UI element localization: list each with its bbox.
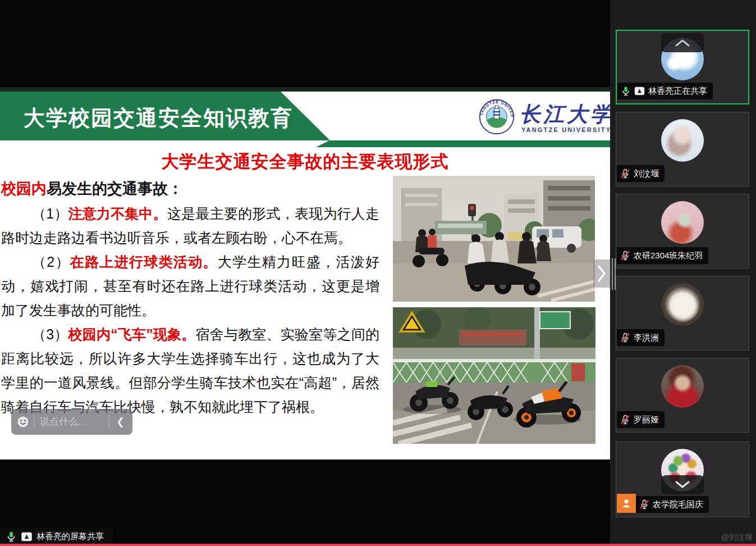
slide-paragraph-3: （3）校园内“飞车”现象。宿舍与教室、实验室等之间的距离比较远，所以许多大学生选… [1,322,379,419]
bottom-accent-strip [0,544,756,546]
participant-tile-host[interactable]: 农学院毛国庆 [616,442,749,517]
participant-tile[interactable]: 刘汶堰 [616,112,749,186]
mic-muted-icon [620,169,630,179]
scroll-up-button[interactable] [661,33,704,52]
mic-on-icon [6,531,17,542]
participant-tile-sharing[interactable]: 林香亮正在共享 [616,30,749,104]
logo-en-name: YANGTZE UNIVERSITY [521,126,610,133]
host-badge [617,494,636,513]
participant-tile[interactable]: 李洪洲 [616,276,749,351]
chat-collapse-icon[interactable]: ❮ [114,417,127,427]
participant-name: 罗丽娅 [634,415,659,425]
meeting-window: 大学校园交通安全知识教育 YANGTZE UNIVERSITY 长江大学 [0,0,756,546]
participant-tile[interactable]: 农研2304班朱纪羽 [616,194,749,269]
participant-name-bar: 林香亮正在共享 [617,83,713,99]
avatar [661,119,704,162]
participant-name-bar: 农研2304班朱纪羽 [617,247,708,264]
participant-tile[interactable]: 罗丽娅 [616,358,749,433]
participant-name: 李洪洲 [634,333,659,343]
slide-paragraph-1: （1）注意力不集中。这是最主要的形式，表现为行人走路时边走路边看书边听音乐，或者… [1,202,379,250]
participant-name: 刘汶堰 [634,169,659,179]
participant-name-bar: 刘汶堰 [617,165,665,182]
participant-name: 林香亮正在共享 [648,86,707,97]
slide-banner-title: 大学校园交通安全知识教育 [24,104,372,133]
mic-muted-icon [620,333,630,343]
participant-name: 农研2304班朱纪羽 [634,251,703,261]
mic-muted-icon [620,251,630,261]
person-icon [620,497,633,509]
share-status-label: 林香亮的屏幕共享 [36,531,104,542]
mic-on-icon [621,86,631,96]
photo-motorcycles-street [393,307,595,444]
chevron-up-icon [674,38,691,47]
participants-panel: 林香亮正在共享 刘汶堰 [610,0,756,546]
chevron-down-icon [674,480,691,489]
user-watermark: @刘汶堰 [721,533,753,543]
chat-quick-input[interactable]: ❮ [11,409,132,435]
avatar [661,201,704,244]
presentation-slide: 大学校园交通安全知识教育 YANGTZE UNIVERSITY 长江大学 [0,87,610,459]
panel-resize-handle[interactable] [612,258,616,290]
mic-muted-icon [620,415,630,425]
slide-paragraph-2: （2）在路上进行球类活动。大学生精力旺盛，活泼好动，嬉戏打闹，甚至有时还在路上进… [1,250,379,322]
emoji-icon[interactable] [17,416,29,428]
photo-street-intersection [393,176,595,302]
chevron-right-icon [597,264,607,283]
slide-body-text: 校园内易发生的交通事故： （1）注意力不集中。这是最主要的形式，表现为行人走路时… [1,176,379,419]
shared-screen-area: 大学校园交通安全知识教育 YANGTZE UNIVERSITY 长江大学 [0,0,610,546]
mic-muted-icon [639,499,649,509]
slide-intro-line: 校园内易发生的交通事故： [1,176,379,202]
university-seal-icon: YANGTZE UNIVERSITY [478,98,515,135]
screen-share-icon [634,87,645,95]
avatar [661,365,704,408]
participant-name-bar: 农学院毛国庆 [636,496,709,513]
logo-cn-name: 长江大学 [520,101,610,129]
screen-share-status-bar: 林香亮的屏幕共享 [0,527,113,546]
participant-name-bar: 罗丽娅 [617,411,665,428]
scroll-down-button[interactable] [661,475,704,494]
panel-collapse-button[interactable] [593,260,610,288]
participant-name: 农学院毛国庆 [653,499,703,510]
slide-title: 大学生交通安全事故的主要表现形式 [0,150,610,174]
avatar [661,283,704,326]
participant-name-bar: 李洪洲 [617,329,665,346]
chat-divider [109,415,109,429]
chat-divider [34,415,34,429]
chat-input[interactable] [39,416,104,428]
university-logo: YANGTZE UNIVERSITY 长江大学 YANGTZE UNIVERSI… [478,97,607,142]
screen-share-icon [21,532,33,542]
